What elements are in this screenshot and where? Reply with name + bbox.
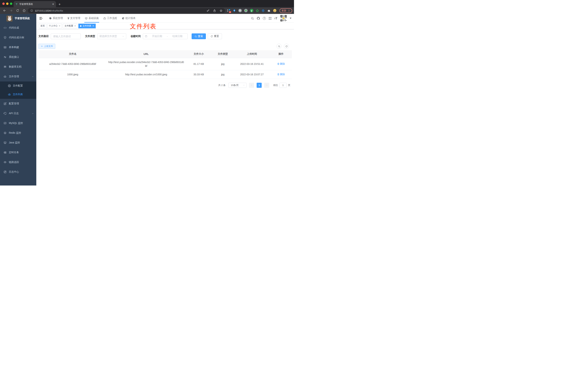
tag-close-icon[interactable]: ✕	[59, 25, 60, 27]
date-range-picker[interactable]: 开始日期 - 结束日期	[143, 33, 188, 39]
share-icon[interactable]	[213, 9, 216, 12]
next-page-button[interactable]	[264, 83, 269, 88]
search-button[interactable]: 搜索	[192, 33, 206, 39]
topmenu-payment-management[interactable]: ¥ 支付管理	[65, 14, 83, 22]
tag-home[interactable]: 首页	[39, 24, 46, 28]
sidebar-item-file-config[interactable]: 文件配置	[0, 82, 36, 90]
toggle-search-button[interactable]	[276, 44, 282, 49]
sidebar-item-system-api[interactable]: 系统接口	[0, 52, 36, 62]
extension-command-icon[interactable]: ⌘	[238, 8, 242, 13]
topmenu-statistics[interactable]: 统计报表	[119, 14, 138, 22]
cell-uploadtime: 2022-03-16 23:07:27	[233, 70, 270, 79]
hamburger-icon[interactable]	[36, 14, 45, 22]
file-type-label: 文件类型	[85, 35, 95, 38]
page-number-1[interactable]: 1	[257, 83, 262, 88]
sliders-icon	[4, 56, 7, 59]
briefcase-icon	[103, 17, 106, 20]
cell-filetype: jpg	[212, 70, 233, 79]
chevron-down-icon	[32, 113, 34, 115]
window-controls[interactable]	[2, 2, 12, 5]
cloud-download-icon	[4, 75, 7, 78]
password-key-icon[interactable]	[207, 9, 210, 12]
file-type-select[interactable]: 请选择文件类型	[97, 33, 126, 39]
sidebar-item-db-doc[interactable]: 数据库文档	[0, 62, 36, 72]
delete-label: 删除	[280, 73, 285, 76]
reload-icon[interactable]	[15, 8, 20, 13]
file-path-input[interactable]	[51, 33, 81, 39]
new-tab-button[interactable]: +	[59, 2, 61, 6]
app-logo[interactable]: 芋道管理系统	[0, 14, 36, 23]
sidebar-item-label: 配置管理	[9, 102, 19, 105]
sidebar-item-code-demo[interactable]: 代码生成示例	[0, 33, 36, 42]
user-avatar[interactable]	[280, 15, 287, 22]
bookmark-star-icon[interactable]	[220, 9, 222, 12]
tag-profile[interactable]: 个人中心 ✕	[47, 24, 62, 28]
site-info-icon[interactable]	[30, 9, 33, 12]
minimize-window-button[interactable]	[6, 2, 9, 5]
reset-button[interactable]: 重置	[208, 33, 222, 39]
tag-file-config[interactable]: 文件配置 ✕	[63, 24, 77, 28]
refresh-table-button[interactable]	[284, 44, 289, 49]
sidebar-item-scheduled-task[interactable]: 定时任务	[0, 148, 36, 157]
prev-page-button[interactable]	[249, 83, 254, 88]
end-date-placeholder[interactable]: 结束日期	[169, 35, 186, 38]
close-window-button[interactable]	[2, 2, 5, 5]
tag-close-icon[interactable]: ✕	[74, 25, 76, 27]
delete-button[interactable]: 删除	[277, 73, 285, 76]
avatar-caret-down-icon[interactable]	[290, 18, 292, 19]
extension-puzzle-icon[interactable]	[267, 8, 271, 13]
sidebar-item-trace[interactable]: 链路追踪	[0, 157, 36, 167]
pagination: 共 2 条 10条/页 1 前往 页	[39, 83, 292, 88]
log-center-icon	[4, 170, 7, 173]
plus-icon	[41, 45, 43, 47]
tag-file-list[interactable]: 文件列表 ✕	[78, 24, 95, 28]
table-row: a294ecb2-73dd-4353-bf40-296b8931d0bf htt…	[39, 58, 292, 70]
forward-icon[interactable]	[8, 8, 14, 13]
col-actions: 操作	[270, 50, 292, 58]
font-size-icon[interactable]: TT	[274, 17, 277, 20]
topmenu-workflow[interactable]: 工作流程	[101, 14, 119, 22]
extension-y-icon[interactable]: y	[249, 8, 254, 13]
github-icon[interactable]	[257, 17, 260, 20]
sidebar-item-file-management[interactable]: 文件管理	[0, 72, 36, 82]
sidebar-item-form-builder[interactable]: 表单构建	[0, 42, 36, 52]
sidebar-item-label: 文件管理	[9, 75, 19, 78]
goto-page-input[interactable]	[279, 83, 287, 88]
url-bar[interactable]: 127.0.0.1:1024/infra/file/file	[28, 8, 225, 13]
extension-emoji-icon[interactable]	[272, 8, 277, 13]
help-icon[interactable]: ?	[263, 17, 266, 20]
browser-tab[interactable]: 芋道管理系统 ✕	[13, 1, 56, 7]
tab-close-icon[interactable]: ✕	[52, 3, 54, 6]
browser-menu-icon[interactable]: ⋮	[288, 9, 290, 12]
fullscreen-icon[interactable]	[269, 17, 272, 20]
extension-record-icon[interactable]	[243, 8, 248, 13]
page-size-select[interactable]: 10条/页	[229, 83, 246, 88]
extension-kite-icon[interactable]	[232, 8, 237, 13]
sidebar-item-api-log[interactable]: API 日志	[0, 108, 36, 118]
extension-tabs-icon[interactable]: 11	[226, 8, 231, 13]
browser-update-button[interactable]: 更新 ⋮	[280, 8, 292, 13]
tag-close-icon[interactable]: ✕	[92, 25, 94, 27]
sidebar-item-redis-monitor[interactable]: Redis 监控	[0, 128, 36, 138]
upload-file-button[interactable]: 上传文件	[39, 44, 55, 49]
update-label: 更新	[282, 9, 286, 12]
extension-star-icon[interactable]	[255, 8, 260, 13]
zoom-window-button[interactable]	[10, 2, 12, 5]
pie-chart-icon	[122, 17, 125, 20]
home-icon[interactable]	[21, 8, 27, 13]
extension-eye-icon[interactable]	[261, 8, 265, 13]
sidebar-item-java-monitor[interactable]: Java 监控	[0, 138, 36, 148]
sidebar-item-mysql-monitor[interactable]: MySQL 监控	[0, 118, 36, 128]
search-icon[interactable]	[251, 17, 254, 20]
sidebar-item-file-list[interactable]: 文件列表	[0, 90, 36, 99]
sidebar-item-config-management[interactable]: 配置管理	[0, 99, 36, 108]
sidebar-item-log-center[interactable]: 日志中心	[0, 167, 36, 177]
topmenu-system-management[interactable]: 系统管理	[47, 14, 65, 22]
sidebar-item-code-generation[interactable]: 代码生成	[0, 23, 36, 33]
sidebar-item-label: 数据库文档	[9, 65, 21, 68]
start-date-placeholder[interactable]: 开始日期	[149, 35, 165, 38]
back-icon[interactable]	[2, 8, 7, 13]
extension-badge: 11	[229, 11, 231, 13]
delete-button[interactable]: 删除	[277, 62, 285, 66]
topmenu-infrastructure[interactable]: 基础设施	[83, 14, 101, 22]
